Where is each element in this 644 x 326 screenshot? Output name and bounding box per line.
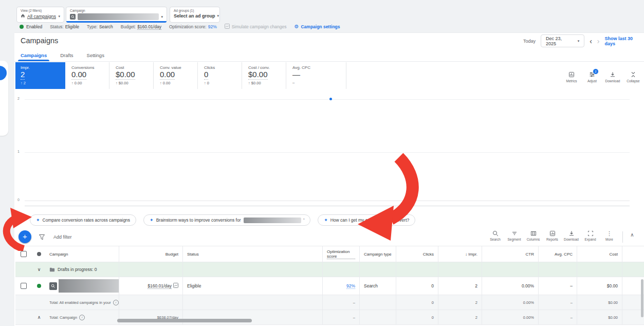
segment-tool-button[interactable]: Segment bbox=[505, 230, 524, 241]
campaign-opt-score-link[interactable]: 92% bbox=[346, 283, 355, 289]
status-label: Status: bbox=[50, 24, 63, 29]
header-cost[interactable]: Cost bbox=[577, 246, 622, 262]
info-icon[interactable]: i bbox=[113, 300, 119, 305]
header-clicks[interactable]: Clicks bbox=[396, 246, 438, 262]
previous-date-button[interactable]: ‹ bbox=[590, 38, 592, 45]
horizontal-scrollbar[interactable] bbox=[117, 319, 252, 322]
next-date-button[interactable]: › bbox=[597, 38, 600, 45]
ad-group-selector-dropdown[interactable]: Ad groups (1) Select an ad group ▾ bbox=[170, 7, 220, 23]
reports-tool-button[interactable]: Reports bbox=[543, 230, 562, 241]
tool-label: Download bbox=[603, 79, 622, 83]
header-avg-cpc[interactable]: Avg. CPC bbox=[538, 246, 577, 262]
chevron-up-icon[interactable]: ∧ bbox=[38, 315, 41, 320]
total-campaign-avg-cpc: – bbox=[538, 310, 577, 324]
opt-score-value[interactable]: 92% bbox=[208, 24, 217, 29]
tab-campaigns[interactable]: Campaigns bbox=[21, 52, 47, 61]
select-all-checkbox[interactable] bbox=[21, 251, 27, 257]
filter-funnel-icon[interactable] bbox=[39, 233, 45, 243]
scorecard-cost[interactable]: Cost $0.00 ↑ $0.00 bbox=[109, 62, 154, 89]
header-status[interactable]: Status bbox=[182, 246, 322, 262]
tab-drafts[interactable]: Drafts bbox=[60, 52, 73, 61]
scorecard-conv-value[interactable]: Conv. value 0.00 ↑ 0.00 bbox=[154, 62, 198, 89]
bid-strategy-icon bbox=[173, 283, 178, 289]
metrics-button[interactable]: Metrics bbox=[562, 71, 581, 83]
tool-label: Segment bbox=[505, 238, 524, 241]
search-tool-button[interactable]: Search bbox=[486, 230, 505, 241]
chip-compare-conversion-rates[interactable]: ✦ Compare conversion rates across campai… bbox=[30, 214, 136, 226]
row-checkbox[interactable] bbox=[21, 283, 27, 289]
date-picker[interactable]: Dec 23, 2025 ▾ bbox=[541, 34, 584, 47]
campaign-settings-button[interactable]: ⚙ Campaign settings bbox=[294, 24, 340, 29]
campaign-settings-label: Campaign settings bbox=[301, 24, 340, 29]
scorecard-label: Conv. value bbox=[160, 65, 191, 70]
y-axis-tick: 1 bbox=[17, 150, 20, 153]
chip-how-can-campaigns-convert[interactable]: ✦ How can I get my campaigns to convert? bbox=[318, 214, 415, 226]
add-campaign-button[interactable]: + bbox=[19, 230, 31, 243]
scorecard-clicks[interactable]: Clicks 0 ↑ 0 bbox=[198, 62, 242, 89]
vertical-scrollbar[interactable] bbox=[641, 279, 643, 317]
enabled-status-dot bbox=[37, 284, 41, 288]
tool-label: Columns bbox=[524, 238, 543, 241]
scorecard-impressions[interactable]: Impr. 2 ↑ 2 bbox=[15, 62, 65, 89]
tab-settings[interactable]: Settings bbox=[87, 52, 104, 61]
redacted-campaign-name bbox=[78, 13, 159, 20]
add-filter-button[interactable]: Add filter bbox=[53, 234, 72, 240]
adjust-badge: 2 bbox=[593, 68, 599, 75]
campaign-budget-value[interactable]: $160.01/day bbox=[148, 283, 172, 289]
total-campaign-cost: $0.00 bbox=[577, 310, 622, 324]
impressions-data-point[interactable] bbox=[329, 98, 332, 100]
folder-icon bbox=[49, 267, 55, 273]
collapse-chart-button[interactable]: Collapse bbox=[624, 71, 642, 83]
header-campaign[interactable]: Campaign bbox=[46, 246, 119, 262]
drafts-in-progress-row[interactable]: ∨ Drafts in progress: 0 bbox=[15, 262, 644, 277]
scorecard-label: Impr. bbox=[21, 65, 59, 70]
campaign-type-icon bbox=[70, 14, 76, 20]
campaign-row[interactable]: $160.01/day Eligible 92% Search 0 2 0.00… bbox=[15, 277, 644, 295]
view-filter-value: All campaigns bbox=[27, 14, 56, 19]
collapsed-nav-panel[interactable] bbox=[0, 61, 8, 136]
download-chart-button[interactable]: Download bbox=[603, 71, 622, 83]
total-enabled-label: Total: All enabled campaigns in your cur… bbox=[49, 300, 111, 305]
tool-label: Collapse bbox=[624, 79, 642, 83]
type-value: Search bbox=[99, 24, 113, 29]
gridline bbox=[25, 201, 630, 201]
drafts-row-label: Drafts in progress: 0 bbox=[58, 267, 97, 272]
expand-tool-button[interactable]: Expand bbox=[581, 230, 600, 241]
header-campaign-type[interactable]: Campaign type bbox=[359, 246, 396, 262]
scorecard-label: Cost / conv. bbox=[248, 65, 280, 70]
scorecard-delta: ↑ 0 bbox=[204, 81, 235, 85]
status-filter-dot[interactable] bbox=[37, 252, 41, 256]
y-axis-tick: 0 bbox=[17, 198, 20, 202]
scorecard-avg-cpc[interactable]: Avg. CPC — – bbox=[286, 62, 346, 89]
header-budget[interactable]: Budget bbox=[119, 246, 182, 262]
scorecard-cost-per-conv[interactable]: Cost / conv. $0.00 ↑ $0.00 bbox=[242, 62, 286, 89]
view-filter-dropdown[interactable]: View (2 filters) All campaigns ▾ bbox=[16, 7, 64, 23]
columns-tool-button[interactable]: Columns bbox=[524, 230, 543, 241]
header-optimization-score[interactable]: Optimization score bbox=[327, 249, 355, 259]
more-tool-button[interactable]: ⋮ More bbox=[600, 230, 619, 241]
adjust-button[interactable]: 2 Adjust bbox=[583, 71, 601, 83]
simulate-campaign-changes-button[interactable]: Simulate campaign changes bbox=[225, 24, 287, 30]
campaign-status-bar: Enabled Status:Eligible Type:Search Budg… bbox=[20, 24, 340, 30]
chevron-down-icon[interactable]: ∨ bbox=[38, 267, 41, 272]
campaign-selector-dropdown[interactable]: Campaign ▾ bbox=[66, 7, 167, 23]
total-campaign-row: ∧ Total: Campaign i $638.07/day – 0 2 0.… bbox=[15, 310, 644, 325]
redacted-campaign-name[interactable] bbox=[59, 279, 119, 293]
info-icon[interactable]: i bbox=[79, 315, 85, 320]
chip-brainstorm-ways[interactable]: ✦ Brainstorm ways to improve conversions… bbox=[143, 214, 310, 226]
budget-value[interactable]: $160.01/day bbox=[137, 24, 161, 30]
campaign-status-value: Eligible bbox=[182, 277, 322, 295]
download-tool-button[interactable]: Download bbox=[562, 230, 581, 241]
scorecard-conversions[interactable]: Conversions 0.00 ↑ 0.00 bbox=[65, 62, 109, 89]
collapse-toolbar-button[interactable]: ∧ bbox=[627, 232, 638, 238]
header-impressions-sorted[interactable]: ↓ Impr. bbox=[438, 246, 482, 262]
redacted-campaign-name bbox=[244, 218, 301, 223]
campaign-type-value: Search bbox=[359, 277, 396, 295]
search-icon bbox=[486, 230, 505, 237]
header-ctr[interactable]: CTR bbox=[482, 246, 538, 262]
chip-label: Brainstorm ways to improve conversions f… bbox=[156, 218, 241, 223]
segment-icon bbox=[505, 230, 524, 237]
reports-icon bbox=[543, 230, 562, 237]
show-last-30-days-link[interactable]: Show last 30 days bbox=[605, 36, 644, 46]
total-campaign-opt-score: – bbox=[322, 310, 359, 324]
